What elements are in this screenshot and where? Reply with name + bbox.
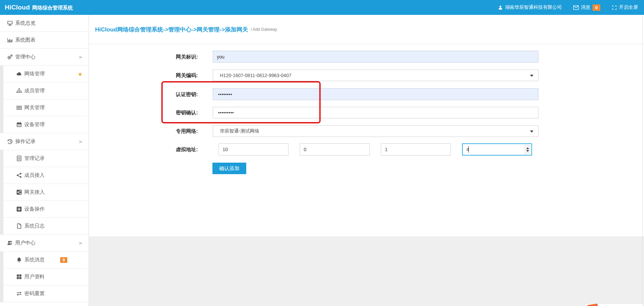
sidebar-item-system-logs[interactable]: 系统日志 bbox=[0, 218, 89, 235]
messages-label: 消息 bbox=[581, 4, 590, 10]
sidebar-item-user-center[interactable]: 用户中心 > bbox=[0, 235, 89, 252]
messages-button[interactable]: 消息 0 bbox=[573, 4, 600, 11]
sidebar-item-system-overview[interactable]: 系统总览 bbox=[0, 15, 89, 32]
sidebar-item-label: 系统图表 bbox=[15, 37, 36, 43]
confirm-add-button[interactable]: 确认添加 bbox=[212, 163, 246, 174]
company-account[interactable]: 湖南华辰智通科技有限公司 bbox=[498, 4, 562, 10]
sidebar-item-device-operations[interactable]: 设备操作 bbox=[0, 201, 89, 218]
number-spinner[interactable] bbox=[524, 145, 531, 154]
sidebar-item-label: 网关管理 bbox=[24, 104, 45, 111]
spinner-down-icon[interactable] bbox=[526, 150, 529, 152]
breadcrumb: HiCloud网络综合管理系统->管理中心->网关管理->添加网关 / Add … bbox=[89, 15, 644, 44]
sidebar-item-member-access[interactable]: 成员接入 bbox=[0, 167, 89, 184]
key-confirm-masked-value: ••••••••• bbox=[218, 110, 234, 115]
sidebar-item-gateway-access[interactable]: 网关接入 bbox=[0, 184, 89, 201]
exchange-icon bbox=[16, 291, 22, 297]
form-row-gateway-id: 网关标识: bbox=[142, 51, 538, 63]
virtual-address-label: 虚拟地址: bbox=[142, 143, 198, 156]
history-icon bbox=[7, 139, 13, 144]
user-icon bbox=[498, 5, 505, 10]
breadcrumb-path: HiCloud网络综合管理系统->管理中心->网关管理->添加网关 bbox=[95, 26, 248, 33]
octet-2-input[interactable] bbox=[300, 143, 370, 156]
divider bbox=[89, 44, 644, 44]
bar-chart-icon bbox=[7, 37, 13, 43]
users-icon bbox=[7, 240, 13, 246]
octet-1-input[interactable] bbox=[218, 143, 289, 156]
floating-widget-logo-icon bbox=[587, 304, 598, 306]
scrollbar-track[interactable] bbox=[642, 15, 643, 306]
fullscreen-button[interactable]: 开启全屏 bbox=[612, 4, 638, 10]
share-square-icon bbox=[16, 189, 22, 195]
sidebar-item-network-mgmt[interactable]: 网络管理 ★ bbox=[0, 66, 89, 83]
text-cursor bbox=[468, 146, 469, 153]
gateway-code-label: 网关编码: bbox=[142, 70, 198, 81]
floating-widget[interactable] bbox=[584, 303, 643, 306]
sidebar-item-operation-log[interactable]: 操作记录 > bbox=[0, 133, 89, 150]
sidebar-item-label: 用户资料 bbox=[24, 274, 45, 280]
auth-key-input[interactable]: •••••••• bbox=[213, 88, 538, 100]
sidebar-item-label: 系统日志 bbox=[24, 223, 45, 229]
octet-3-input[interactable] bbox=[381, 143, 451, 156]
top-navbar: HiCloud 网络综合管理系统 湖南华辰智通科技有限公司 消息 0 bbox=[0, 0, 644, 15]
private-network-select[interactable]: 华辰智通-测试网络 bbox=[213, 125, 538, 137]
messages-count-badge: 0 bbox=[593, 4, 600, 11]
form-row-gateway-code: 网关编码: H120-1607-0811-0812-9963-0407 bbox=[142, 70, 538, 81]
chevron-right-icon: > bbox=[78, 240, 83, 246]
monitor-icon bbox=[7, 20, 13, 26]
private-network-value: 华辰智通-测试网络 bbox=[220, 128, 259, 134]
sidebar-item-label: 成员管理 bbox=[24, 88, 45, 94]
app-logo[interactable]: HiCloud 网络综合管理系统 bbox=[0, 4, 73, 11]
footer-gray-area bbox=[89, 236, 644, 306]
form-row-private-network: 专用网络: 华辰智通-测试网络 bbox=[142, 125, 538, 137]
sidebar-item-user-profile[interactable]: 用户资料 bbox=[0, 268, 89, 285]
sidebar-item-label: 设备操作 bbox=[24, 206, 45, 212]
auth-key-masked-value: •••••••• bbox=[218, 92, 232, 97]
sidebar-item-label: 成员接入 bbox=[24, 172, 45, 179]
calendar-icon bbox=[16, 122, 22, 127]
brand-subtitle: 网络综合管理系统 bbox=[32, 5, 73, 11]
fullscreen-label: 开启全屏 bbox=[619, 4, 638, 10]
sidebar-item-system-messages[interactable]: 系统消息 0 bbox=[0, 252, 89, 268]
file-text-icon bbox=[16, 156, 22, 161]
octet-wrap bbox=[300, 143, 370, 156]
page: HiCloud 网络综合管理系统 湖南华辰智通科技有限公司 消息 0 bbox=[0, 0, 644, 306]
sidebar-item-member-mgmt[interactable]: 成员管理 bbox=[0, 83, 89, 99]
chevron-down-icon bbox=[530, 131, 533, 133]
cloud-icon bbox=[16, 71, 22, 77]
main-content: HiCloud网络综合管理系统->管理中心->网关管理->添加网关 / Add … bbox=[89, 15, 644, 306]
chevron-right-icon: > bbox=[78, 139, 83, 144]
sidebar-item-label: 系统消息 bbox=[24, 257, 45, 263]
virtual-address-octets bbox=[218, 143, 532, 156]
sidebar-item-password-reset[interactable]: 密码重置 bbox=[0, 285, 89, 302]
sitemap-icon bbox=[16, 88, 22, 94]
sidebar-item-label: 网关接入 bbox=[24, 189, 45, 195]
gateway-code-select[interactable]: H120-1607-0811-0812-9963-0407 bbox=[213, 70, 538, 81]
sidebar-item-admin-records[interactable]: 管理记录 bbox=[0, 150, 89, 167]
sidebar-item-label: 用户中心 bbox=[15, 240, 36, 246]
sidebar-item-label: 密码重置 bbox=[24, 290, 45, 297]
sidebar-item-gateway-mgmt[interactable]: 网关管理 bbox=[0, 99, 89, 116]
gateway-id-input[interactable] bbox=[213, 51, 538, 63]
sidebar-item-label: 操作记录 bbox=[15, 138, 36, 145]
sidebar-item-label: 管理记录 bbox=[24, 155, 45, 162]
envelope-icon bbox=[573, 5, 581, 10]
breadcrumb-subtitle: / Add Gateway bbox=[251, 27, 277, 32]
sidebar-item-system-charts[interactable]: 系统图表 bbox=[0, 32, 89, 49]
fullscreen-icon bbox=[612, 5, 619, 10]
share-icon bbox=[16, 172, 22, 178]
sidebar-item-admin-center[interactable]: 管理中心 > bbox=[0, 49, 89, 66]
octet-4-input[interactable] bbox=[462, 143, 532, 156]
octet-wrap bbox=[381, 143, 451, 156]
key-confirm-label: 密钥确认: bbox=[142, 107, 198, 118]
star-icon[interactable]: ★ bbox=[78, 71, 83, 77]
grid-large-icon bbox=[16, 274, 22, 280]
chevron-down-icon bbox=[530, 75, 533, 77]
octet-wrap bbox=[218, 143, 289, 156]
spinner-up-icon[interactable] bbox=[526, 147, 529, 149]
form-row-key-confirm: 密钥确认: ••••••••• bbox=[142, 107, 538, 118]
sidebar-item-device-mgmt[interactable]: 设备管理 bbox=[0, 116, 89, 133]
navbar-right: 湖南华辰智通科技有限公司 消息 0 开启全屏 bbox=[486, 4, 644, 11]
key-confirm-input[interactable]: ••••••••• bbox=[213, 107, 538, 118]
plus-square-icon bbox=[16, 206, 22, 212]
sidebar-item-label: 系统总览 bbox=[15, 20, 36, 26]
